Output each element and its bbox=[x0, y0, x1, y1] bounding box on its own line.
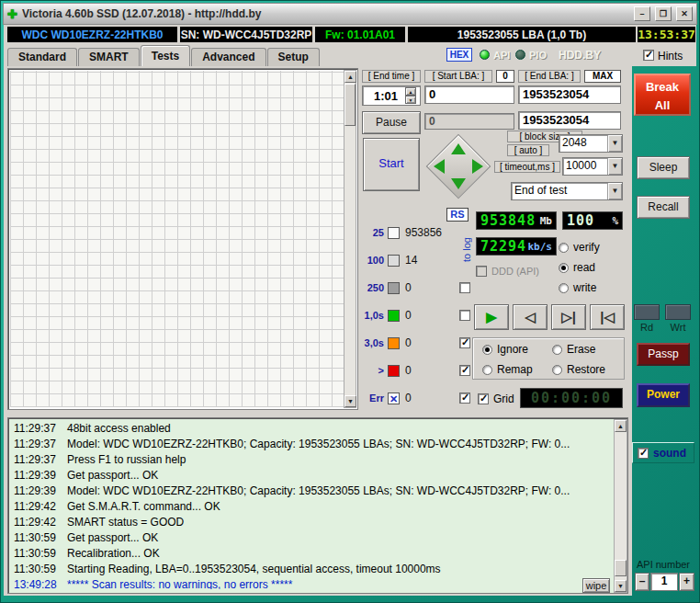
drive-firmware: Fw: 01.01A01 bbox=[315, 27, 405, 42]
timeout-select[interactable]: 10000 ▼ bbox=[562, 157, 623, 176]
sound-option[interactable]: sound bbox=[632, 442, 694, 463]
log-panel: 11:29:37 48bit access enabled 11:29:37 M… bbox=[7, 417, 628, 594]
media-button[interactable]: |◁ bbox=[590, 304, 625, 330]
api-led-icon[interactable] bbox=[480, 50, 490, 60]
wipe-button[interactable]: wipe bbox=[582, 578, 610, 593]
stat-log-checkbox[interactable] bbox=[459, 365, 470, 376]
recall-button[interactable]: Recall bbox=[637, 196, 690, 219]
dpad-right-icon[interactable] bbox=[472, 159, 483, 174]
error-action-radio[interactable] bbox=[482, 365, 492, 375]
log-time: 11:30:59 bbox=[14, 547, 67, 563]
grid-scrollbar[interactable]: ▲ ▼ bbox=[344, 70, 356, 408]
stat-log-checkbox[interactable] bbox=[459, 337, 470, 348]
ddd-option: DDD (API) bbox=[476, 266, 539, 277]
stat-row: > 0 bbox=[360, 357, 472, 384]
log-scroll-thumb[interactable] bbox=[615, 560, 627, 576]
start-button[interactable]: Start bbox=[363, 138, 420, 191]
pause-button[interactable]: Pause bbox=[362, 111, 421, 134]
wrt-indicator bbox=[665, 304, 691, 320]
media-button[interactable]: ▶ bbox=[474, 304, 509, 330]
titlebar[interactable]: ✚ Victoria 4.60b SSD (12.07.2018) - http… bbox=[3, 3, 697, 25]
grid-scroll-thumb[interactable] bbox=[344, 84, 356, 126]
mode-radio[interactable] bbox=[559, 283, 569, 293]
error-action-radio[interactable] bbox=[552, 345, 562, 355]
mode-radio[interactable] bbox=[559, 263, 569, 273]
error-action-radio[interactable] bbox=[482, 345, 492, 355]
grid-toggle[interactable]: Grid bbox=[478, 393, 514, 405]
log-message: ***** Scan results: no warnings, no erro… bbox=[67, 578, 292, 589]
mode-radio[interactable] bbox=[559, 243, 569, 253]
sound-checkbox[interactable] bbox=[638, 448, 649, 459]
scroll-down-icon[interactable]: ▼ bbox=[615, 580, 627, 592]
api-number-label: API number bbox=[632, 559, 694, 570]
log-time: 11:30:59 bbox=[14, 531, 67, 547]
media-button[interactable]: ▷| bbox=[551, 304, 586, 330]
media-button[interactable]: ◁ bbox=[513, 304, 548, 330]
dropdown-arrow-icon[interactable]: ▼ bbox=[607, 183, 622, 199]
api-label[interactable]: API bbox=[493, 50, 510, 61]
hex-button[interactable]: HEX bbox=[446, 48, 472, 62]
mode-option[interactable]: read bbox=[559, 257, 628, 278]
tab[interactable]: Advanced bbox=[191, 48, 265, 66]
api-number-value[interactable]: 1 bbox=[650, 573, 678, 591]
start-lba-min-button[interactable]: 0 bbox=[496, 70, 514, 83]
block-size-select[interactable]: 2048 ▼ bbox=[559, 134, 623, 153]
close-button[interactable]: ✕ bbox=[676, 6, 693, 21]
break-all-button[interactable]: Break All bbox=[634, 74, 691, 116]
mb-unit: Mb bbox=[540, 215, 556, 227]
dropdown-arrow-icon[interactable]: ▼ bbox=[607, 135, 622, 152]
spin-down-icon[interactable]: ▼ bbox=[405, 96, 416, 104]
tab[interactable]: Tests bbox=[141, 45, 190, 66]
error-action-option[interactable]: Restore bbox=[552, 359, 622, 380]
error-action-radio[interactable] bbox=[552, 365, 562, 375]
dropdown-arrow-icon[interactable]: ▼ bbox=[607, 158, 622, 175]
grid-checkbox[interactable] bbox=[478, 393, 489, 404]
auto-tag: [ auto ] bbox=[507, 144, 549, 156]
tab[interactable]: Standard bbox=[7, 48, 77, 66]
maximize-button[interactable]: ❐ bbox=[655, 6, 672, 21]
mb-display: 953848 Mb bbox=[476, 211, 557, 230]
passp-button[interactable]: Passp bbox=[637, 343, 690, 366]
hdd-by-link[interactable]: HDD.BY bbox=[559, 49, 601, 62]
end-action-select[interactable]: End of test ▼ bbox=[511, 182, 623, 200]
stat-row: 100 14 bbox=[360, 246, 472, 274]
stat-log-checkbox[interactable] bbox=[459, 393, 470, 404]
api-number-minus-button[interactable]: – bbox=[635, 573, 649, 591]
sleep-button[interactable]: Sleep bbox=[637, 156, 690, 179]
end-lba-max-button[interactable]: MAX bbox=[584, 70, 621, 83]
end-time-tag: [ End time ] bbox=[362, 70, 421, 83]
error-action-option[interactable]: Erase bbox=[552, 339, 622, 359]
dpad-left-icon[interactable] bbox=[434, 159, 445, 174]
end-lba-input[interactable]: 1953523054 bbox=[518, 85, 621, 104]
error-action-option[interactable]: Remap bbox=[482, 359, 552, 380]
dpad-up-icon[interactable] bbox=[451, 143, 466, 154]
mode-option[interactable]: write bbox=[559, 278, 628, 298]
scroll-up-icon[interactable]: ▲ bbox=[615, 420, 627, 432]
stat-log-checkbox[interactable] bbox=[459, 310, 470, 321]
power-button[interactable]: Power bbox=[637, 383, 690, 407]
scroll-up-icon[interactable]: ▲ bbox=[344, 71, 356, 83]
end-time-value[interactable]: 1:01 bbox=[367, 89, 405, 103]
stat-log-checkbox[interactable] bbox=[459, 282, 470, 293]
tab[interactable]: Setup bbox=[267, 48, 320, 66]
start-lba-input[interactable]: 0 bbox=[424, 85, 514, 104]
error-action-group: Ignore Erase Remap Restore bbox=[472, 337, 625, 380]
hints-checkbox[interactable] bbox=[643, 50, 654, 61]
stat-label: > bbox=[360, 365, 388, 376]
log-scrollbar[interactable]: ▲ ▼ bbox=[614, 419, 627, 593]
log-line: 11:29:39 Get passport... OK bbox=[14, 469, 607, 484]
stat-color-block bbox=[388, 227, 400, 239]
dpad-down-icon[interactable] bbox=[451, 178, 466, 189]
api-number-plus-button[interactable]: + bbox=[679, 573, 694, 591]
pio-led-icon[interactable] bbox=[515, 50, 525, 60]
pio-label[interactable]: PIO bbox=[529, 50, 547, 61]
spin-up-icon[interactable]: ▲ bbox=[405, 87, 416, 96]
scroll-down-icon[interactable]: ▼ bbox=[344, 395, 356, 407]
tab[interactable]: SMART bbox=[78, 48, 140, 66]
drive-serial: SN: WD-WCC4J5TD32RP bbox=[180, 27, 312, 42]
end-time-spinner[interactable]: 1:01 ▲ ▼ bbox=[362, 85, 421, 106]
mode-option[interactable]: verify bbox=[559, 237, 628, 257]
timer-value: 00:00:00 bbox=[531, 390, 612, 406]
minimize-button[interactable]: – bbox=[634, 6, 650, 21]
error-action-option[interactable]: Ignore bbox=[482, 339, 552, 359]
